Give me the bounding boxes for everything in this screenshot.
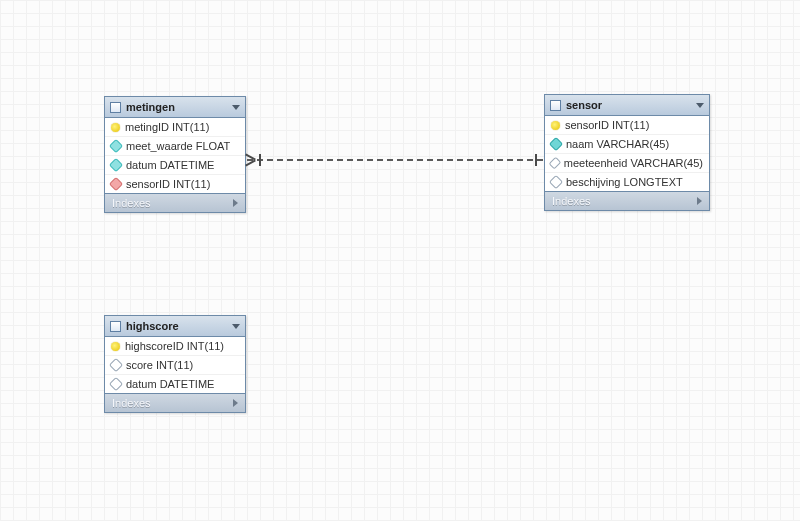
table-header[interactable]: highscore <box>105 316 245 337</box>
indexes-section[interactable]: Indexes <box>105 193 245 212</box>
indexes-label: Indexes <box>552 195 591 207</box>
column-notnull-icon <box>549 137 563 151</box>
column-notnull-icon <box>109 139 123 153</box>
column-label: datum DATETIME <box>126 378 214 390</box>
column-row[interactable]: datum DATETIME <box>105 155 245 174</box>
column-row[interactable]: meeteenheid VARCHAR(45) <box>545 153 709 172</box>
column-label: score INT(11) <box>126 359 193 371</box>
column-row[interactable]: datum DATETIME <box>105 374 245 393</box>
table-title: highscore <box>126 320 227 332</box>
relationship-metingen-sensor[interactable] <box>247 159 543 161</box>
column-label: naam VARCHAR(45) <box>566 138 669 150</box>
column-nullable-icon <box>109 358 123 372</box>
column-list: metingID INT(11) meet_waarde FLOAT datum… <box>105 118 245 193</box>
column-row[interactable]: beschijving LONGTEXT <box>545 172 709 191</box>
indexes-section[interactable]: Indexes <box>105 393 245 412</box>
table-header[interactable]: metingen <box>105 97 245 118</box>
table-icon <box>110 102 121 113</box>
column-label: sensorID INT(11) <box>565 119 649 131</box>
column-list: sensorID INT(11) naam VARCHAR(45) meetee… <box>545 116 709 191</box>
column-label: sensorID INT(11) <box>126 178 210 190</box>
table-title: sensor <box>566 99 691 111</box>
table-highscore[interactable]: highscore highscoreID INT(11) score INT(… <box>104 315 246 413</box>
column-label: meet_waarde FLOAT <box>126 140 230 152</box>
column-nullable-icon <box>549 157 562 170</box>
indexes-label: Indexes <box>112 197 151 209</box>
column-nullable-icon <box>549 175 563 189</box>
column-row[interactable]: naam VARCHAR(45) <box>545 134 709 153</box>
primary-key-icon <box>111 123 120 132</box>
indexes-section[interactable]: Indexes <box>545 191 709 210</box>
table-header[interactable]: sensor <box>545 95 709 116</box>
column-row[interactable]: sensorID INT(11) <box>545 116 709 134</box>
table-sensor[interactable]: sensor sensorID INT(11) naam VARCHAR(45)… <box>544 94 710 211</box>
primary-key-icon <box>111 342 120 351</box>
column-label: highscoreID INT(11) <box>125 340 224 352</box>
expand-indexes-icon <box>233 399 238 407</box>
column-label: metingID INT(11) <box>125 121 209 133</box>
column-row[interactable]: meet_waarde FLOAT <box>105 136 245 155</box>
foreign-key-icon <box>109 177 123 191</box>
column-label: beschijving LONGTEXT <box>566 176 683 188</box>
expand-indexes-icon <box>233 199 238 207</box>
collapse-icon[interactable] <box>696 103 704 108</box>
column-list: highscoreID INT(11) score INT(11) datum … <box>105 337 245 393</box>
table-title: metingen <box>126 101 227 113</box>
column-row[interactable]: score INT(11) <box>105 355 245 374</box>
column-row[interactable]: highscoreID INT(11) <box>105 337 245 355</box>
column-row[interactable]: metingID INT(11) <box>105 118 245 136</box>
collapse-icon[interactable] <box>232 105 240 110</box>
indexes-label: Indexes <box>112 397 151 409</box>
table-icon <box>550 100 561 111</box>
column-label: meeteenheid VARCHAR(45) <box>564 157 703 169</box>
expand-indexes-icon <box>697 197 702 205</box>
table-icon <box>110 321 121 332</box>
column-row[interactable]: sensorID INT(11) <box>105 174 245 193</box>
cardinality-bar-icon <box>259 154 261 166</box>
cardinality-bar-icon <box>535 154 537 166</box>
collapse-icon[interactable] <box>232 324 240 329</box>
table-metingen[interactable]: metingen metingID INT(11) meet_waarde FL… <box>104 96 246 213</box>
column-label: datum DATETIME <box>126 159 214 171</box>
crows-foot-icon <box>245 155 255 165</box>
primary-key-icon <box>551 121 560 130</box>
column-nullable-icon <box>109 377 123 391</box>
column-notnull-icon <box>109 158 123 172</box>
